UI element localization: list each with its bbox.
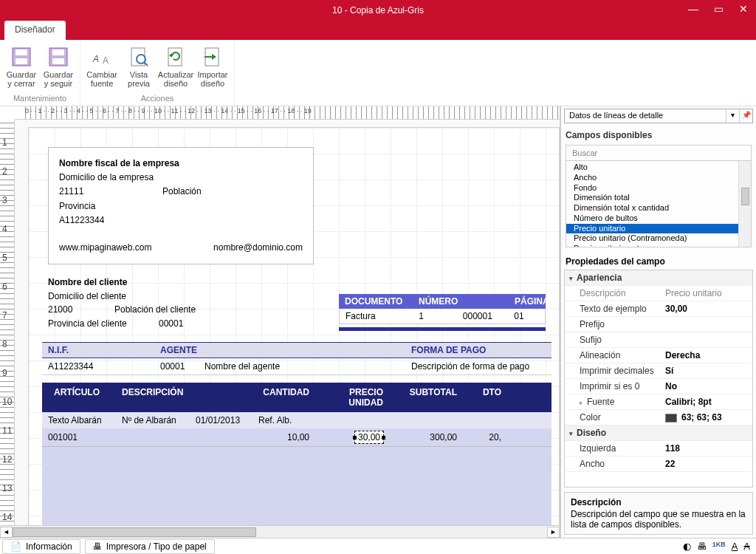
company-address: Domicilio de la empresa <box>59 171 303 185</box>
details-grid[interactable]: ARTÍCULO DESCRIPCIÓN CANTIDAD PRECIO UNI… <box>42 383 551 525</box>
field-item[interactable]: Fondo <box>566 183 751 194</box>
company-nif: A11223344 <box>59 213 303 228</box>
info-icon: 📄 <box>10 541 21 552</box>
import-design-button[interactable]: Importar diseño <box>194 43 231 94</box>
title-bar: 10 - Copia de Azul-Gris — ▭ ✕ <box>0 0 756 21</box>
status-info-button[interactable]: 📄Información <box>2 539 80 554</box>
design-canvas[interactable]: Nombre fiscal de la empresa Domicilio de… <box>28 127 560 525</box>
ribbon-tabs: Diseñador <box>0 21 756 40</box>
window-title: 10 - Copia de Azul-Gris <box>332 5 424 16</box>
svg-text:A: A <box>103 55 109 66</box>
svg-rect-4 <box>52 58 64 64</box>
vertical-ruler: 1234567891011121314-- <box>0 120 15 525</box>
pin-icon[interactable]: 📌 <box>739 109 752 123</box>
preview-button[interactable]: Vista previa <box>120 43 157 94</box>
save-close-button[interactable]: Guardar y cerrar <box>3 43 40 94</box>
svg-text:A: A <box>92 54 99 64</box>
svg-rect-1 <box>16 58 27 64</box>
horizontal-scrollbar[interactable]: ◄ ► <box>0 525 560 538</box>
fields-search-input[interactable]: Buscar <box>566 146 751 161</box>
company-web: www.mipaginaweb.com <box>59 241 151 255</box>
field-item[interactable]: Precio unitario neto <box>566 244 751 247</box>
change-font-button[interactable]: AA Cambiar fuente <box>83 43 120 94</box>
save-continue-icon <box>47 45 70 69</box>
field-item[interactable]: Número de bultos <box>566 213 751 224</box>
svg-rect-2 <box>16 49 27 55</box>
document-box[interactable]: DOCUMENTONÚMEROPÁGINA Factura100000101 <box>339 294 546 331</box>
properties-grid[interactable]: ▾Apariencia DescripciónPrecio unitario T… <box>564 270 753 488</box>
maximize-button[interactable]: ▭ <box>706 0 731 18</box>
svg-rect-5 <box>52 49 64 55</box>
section-selector[interactable]: Datos de líneas de detalle ▾ 📌 <box>564 109 753 123</box>
save-continue-button[interactable]: Guardar y seguir <box>40 43 77 94</box>
fields-list[interactable]: AltoAnchoFondoDimensión totalDimensión t… <box>566 161 751 247</box>
scroll-right-button[interactable]: ► <box>547 527 560 538</box>
scroll-left-button[interactable]: ◄ <box>0 527 13 538</box>
field-item[interactable]: Alto <box>566 163 751 173</box>
ribbon: Guardar y cerrar Guardar y seguir Manten… <box>0 40 756 106</box>
properties-panel: Datos de líneas de detalle ▾ 📌 Campos di… <box>560 106 756 538</box>
status-bar: 📄Información 🖶Impresora / Tipo de papel … <box>0 538 756 554</box>
selected-field-precio-unitario[interactable]: 30,00 <box>355 431 383 443</box>
chevron-down-icon[interactable]: ▾ <box>726 109 739 123</box>
field-item[interactable]: Dimensión total x cantidad <box>566 203 751 213</box>
preview-icon <box>127 45 151 69</box>
status-underline-icon[interactable]: A <box>732 541 738 552</box>
ribbon-group-actions: Acciones <box>83 94 231 104</box>
fields-scrollbar[interactable] <box>738 161 751 247</box>
field-item[interactable]: Ancho <box>566 173 751 183</box>
field-item[interactable]: Precio unitario <box>566 224 751 234</box>
close-button[interactable]: ✕ <box>731 0 756 18</box>
refresh-design-button[interactable]: Actualizar diseño <box>157 43 194 94</box>
minimize-button[interactable]: — <box>681 0 706 18</box>
tab-designer[interactable]: Diseñador <box>4 21 66 40</box>
company-province: Provincia <box>59 199 303 213</box>
font-icon: AA <box>90 45 114 69</box>
scroll-thumb[interactable] <box>13 527 256 537</box>
field-properties-title: Propiedades del campo <box>566 256 753 267</box>
client-box[interactable]: Nombre del cliente Domicilio del cliente… <box>48 276 196 330</box>
color-swatch[interactable] <box>665 414 677 423</box>
nif-agent-row[interactable]: N.I.F.AGENTEFORMA DE PAGO A1122334400001… <box>42 342 551 375</box>
status-icon-3[interactable]: 1KB <box>712 541 726 552</box>
field-item[interactable]: Precio unitario (Contramoneda) <box>566 233 751 244</box>
description-box: Descripción Descripción del campo que se… <box>564 492 753 535</box>
company-box[interactable]: Nombre fiscal de la empresa Domicilio de… <box>48 147 314 264</box>
status-icon-2[interactable]: 🖶 <box>697 541 707 552</box>
printer-icon: 🖶 <box>93 541 102 552</box>
status-strike-icon[interactable]: A <box>743 541 750 552</box>
field-item[interactable]: Dimensión total <box>566 193 751 203</box>
fields-available-title: Campos disponibles <box>566 130 753 140</box>
status-icon-1[interactable]: ◐ <box>683 541 691 552</box>
horizontal-ruler: 0 · · 1 · · 2 · · 3 · · 4 · · 5 · · 6 · … <box>15 106 560 120</box>
design-canvas-scroll[interactable]: Nombre fiscal de la empresa Domicilio de… <box>15 120 560 525</box>
company-email: nombre@dominio.com <box>213 241 303 255</box>
status-printer-button[interactable]: 🖶Impresora / Tipo de papel <box>85 539 215 554</box>
company-name: Nombre fiscal de la empresa <box>59 157 303 171</box>
refresh-icon <box>164 45 188 69</box>
ribbon-group-maint: Mantenimiento <box>3 94 77 104</box>
save-close-icon <box>10 45 33 69</box>
import-icon <box>201 45 224 69</box>
